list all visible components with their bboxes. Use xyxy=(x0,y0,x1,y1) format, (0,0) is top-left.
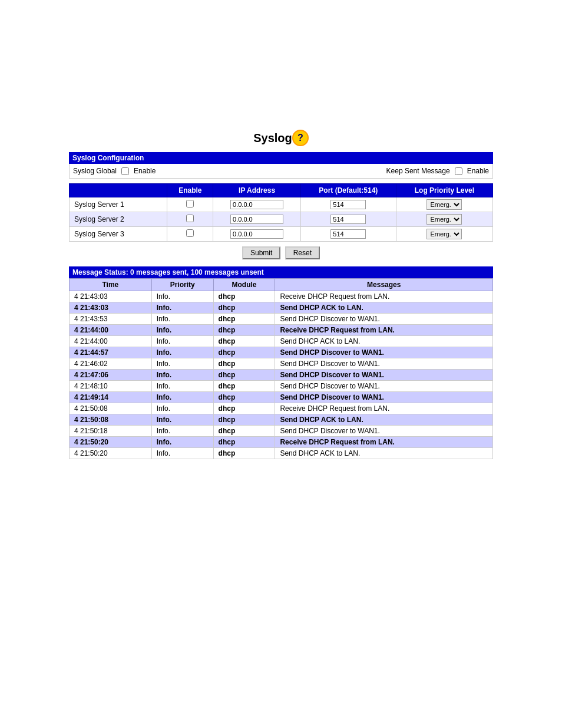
server-name: Syslog Server 2 xyxy=(70,212,167,227)
server-priority-cell: Emerg. Alert. Crit. Error. Warn. Notice … xyxy=(396,212,492,227)
page-title: Syslog xyxy=(253,131,292,145)
msg-text: Send DHCP Discover to WAN1. xyxy=(275,347,493,358)
msg-module: dhcp xyxy=(213,392,275,403)
msg-module: dhcp xyxy=(213,314,275,325)
message-row: 4 21:50:18 Info. dhcp Send DHCP Discover… xyxy=(70,426,493,437)
server-enable-checkbox[interactable] xyxy=(186,200,194,207)
server-port-cell xyxy=(300,212,396,227)
server-priority-select[interactable]: Emerg. Alert. Crit. Error. Warn. Notice … xyxy=(427,199,462,210)
syslog-config-header: Syslog Configuration xyxy=(69,152,493,164)
msg-text: Send DHCP Discover to WAN1. xyxy=(275,426,493,437)
server-priority-select[interactable]: Emerg. Alert. Crit. Error. Warn. Notice … xyxy=(427,214,462,225)
msg-priority: Info. xyxy=(151,403,213,414)
msg-time: 4 21:43:03 xyxy=(70,302,152,314)
message-row: 4 21:43:03 Info. dhcp Receive DHCP Reque… xyxy=(70,291,493,302)
msg-module: dhcp xyxy=(213,426,275,437)
server-row: Syslog Server 3 Emerg. Alert. Crit. Erro… xyxy=(70,227,493,242)
server-name: Syslog Server 3 xyxy=(70,227,167,242)
msg-module: dhcp xyxy=(213,325,275,336)
msg-text: Receive DHCP Request from LAN. xyxy=(275,325,493,336)
server-port-input[interactable] xyxy=(330,215,366,224)
msg-module: dhcp xyxy=(213,414,275,426)
msg-priority: Info. xyxy=(151,336,213,347)
msg-text: Send DHCP ACK to LAN. xyxy=(275,414,493,426)
msg-time: 4 21:43:03 xyxy=(70,291,152,302)
keep-sent-label: Keep Sent Message xyxy=(386,167,450,175)
keep-sent-enable-label: Enable xyxy=(467,167,489,175)
keep-sent-enable-checkbox[interactable] xyxy=(455,167,462,175)
msg-time: 4 21:50:08 xyxy=(70,403,152,414)
msg-priority: Info. xyxy=(151,448,213,459)
message-row: 4 21:43:53 Info. dhcp Send DHCP Discover… xyxy=(70,314,493,325)
col-module: Module xyxy=(213,279,275,291)
server-enable-cell xyxy=(167,227,213,242)
server-ip-cell xyxy=(213,212,300,227)
msg-priority: Info. xyxy=(151,302,213,314)
msg-module: dhcp xyxy=(213,370,275,381)
msg-priority: Info. xyxy=(151,437,213,448)
servers-table: Enable IP Address Port (Default:514) Log… xyxy=(69,183,493,242)
message-row: 4 21:44:00 Info. dhcp Receive DHCP Reque… xyxy=(70,325,493,336)
server-row: Syslog Server 2 Emerg. Alert. Crit. Erro… xyxy=(70,212,493,227)
server-ip-input[interactable] xyxy=(230,229,283,239)
msg-module: dhcp xyxy=(213,347,275,358)
server-ip-cell xyxy=(213,227,300,242)
page-wrapper: Syslog ? Syslog Configuration Syslog Glo… xyxy=(0,0,562,728)
message-row: 4 21:43:03 Info. dhcp Send DHCP ACK to L… xyxy=(70,302,493,314)
col-messages: Messages xyxy=(275,279,493,291)
msg-text: Send DHCP Discover to WAN1. xyxy=(275,370,493,381)
server-name: Syslog Server 1 xyxy=(70,197,167,212)
server-port-input[interactable] xyxy=(330,200,366,209)
message-row: 4 21:46:02 Info. dhcp Send DHCP Discover… xyxy=(70,358,493,370)
server-priority-select[interactable]: Emerg. Alert. Crit. Error. Warn. Notice … xyxy=(427,229,462,239)
msg-module: dhcp xyxy=(213,437,275,448)
message-row: 4 21:44:57 Info. dhcp Send DHCP Discover… xyxy=(70,347,493,358)
msg-priority: Info. xyxy=(151,314,213,325)
server-enable-cell xyxy=(167,212,213,227)
server-port-cell xyxy=(300,197,396,212)
msg-text: Receive DHCP Request from LAN. xyxy=(275,437,493,448)
col-enable: Enable xyxy=(167,184,213,197)
msg-time: 4 21:46:02 xyxy=(70,358,152,370)
msg-time: 4 21:44:00 xyxy=(70,325,152,336)
syslog-global-label: Syslog Global xyxy=(73,167,117,175)
msg-priority: Info. xyxy=(151,392,213,403)
server-enable-checkbox[interactable] xyxy=(186,215,194,222)
reset-button[interactable]: Reset xyxy=(285,246,320,259)
server-enable-checkbox[interactable] xyxy=(186,229,194,237)
msg-text: Send DHCP Discover to WAN1. xyxy=(275,392,493,403)
server-port-input[interactable] xyxy=(330,229,366,239)
msg-time: 4 21:50:08 xyxy=(70,414,152,426)
messages-table: Time Priority Module Messages 4 21:43:03… xyxy=(69,278,493,459)
message-row: 4 21:44:00 Info. dhcp Send DHCP ACK to L… xyxy=(70,336,493,347)
page-title-row: Syslog ? xyxy=(69,130,493,146)
msg-module: dhcp xyxy=(213,403,275,414)
help-icon[interactable]: ? xyxy=(292,130,309,146)
msg-module: dhcp xyxy=(213,358,275,370)
syslog-global-enable-label: Enable xyxy=(134,167,156,175)
msg-module: dhcp xyxy=(213,302,275,314)
msg-time: 4 21:50:20 xyxy=(70,448,152,459)
syslog-global-enable-checkbox[interactable] xyxy=(121,167,129,175)
msg-status-header: Message Status: 0 messages sent, 100 mes… xyxy=(69,266,493,278)
submit-button[interactable]: Submit xyxy=(242,246,280,259)
message-row: 4 21:50:20 Info. dhcp Receive DHCP Reque… xyxy=(70,437,493,448)
col-log-priority: Log Priority Level xyxy=(396,184,492,197)
msg-time: 4 21:44:00 xyxy=(70,336,152,347)
msg-time: 4 21:50:18 xyxy=(70,426,152,437)
message-row: 4 21:48:10 Info. dhcp Send DHCP Discover… xyxy=(70,381,493,392)
msg-module: dhcp xyxy=(213,336,275,347)
col-port: Port (Default:514) xyxy=(300,184,396,197)
msg-priority: Info. xyxy=(151,347,213,358)
msg-time: 4 21:49:14 xyxy=(70,392,152,403)
message-row: 4 21:50:20 Info. dhcp Send DHCP ACK to L… xyxy=(70,448,493,459)
server-port-cell xyxy=(300,227,396,242)
global-left: Syslog Global Enable xyxy=(73,167,156,175)
msg-priority: Info. xyxy=(151,370,213,381)
server-ip-input[interactable] xyxy=(230,215,283,224)
msg-time: 4 21:48:10 xyxy=(70,381,152,392)
server-ip-input[interactable] xyxy=(230,200,283,209)
col-time: Time xyxy=(70,279,152,291)
msg-text: Receive DHCP Request from LAN. xyxy=(275,403,493,414)
msg-priority: Info. xyxy=(151,358,213,370)
